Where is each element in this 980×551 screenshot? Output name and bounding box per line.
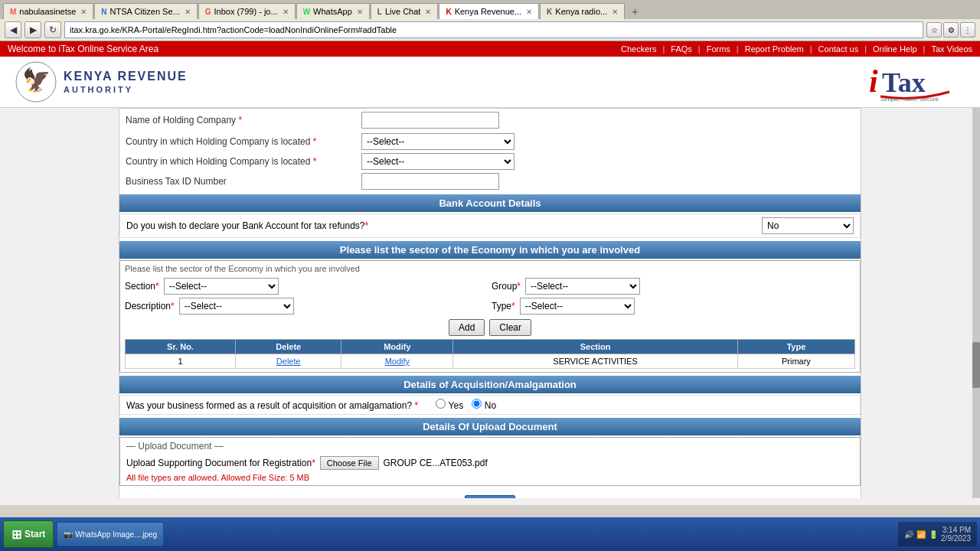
bank-refund-select[interactable]: No Yes <box>762 217 854 234</box>
economy-sub-section: Please list the sector of the Economy in… <box>119 260 861 373</box>
tab-icon-3: G <box>205 8 211 16</box>
next-button[interactable]: Next <box>465 495 516 498</box>
browser-chrome: M nabulaasinetse ✕ N NTSA Citizen Se... … <box>0 0 980 41</box>
radio-yes[interactable] <box>436 399 446 409</box>
clear-button[interactable]: Clear <box>489 319 531 336</box>
new-tab-button[interactable]: + <box>626 4 644 19</box>
holding-country2-select[interactable]: --Select-- <box>361 153 514 170</box>
reload-button[interactable]: ↻ <box>44 21 61 38</box>
upload-row: Upload Supporting Document for Registrat… <box>126 455 854 471</box>
holding-name-label: Name of Holding Company * <box>126 115 355 126</box>
bank-question-label: Do you wish to declare your Bank Account… <box>126 220 756 231</box>
link-help[interactable]: Online Help <box>873 44 916 54</box>
tab-close-4[interactable]: ✕ <box>357 8 363 16</box>
section-select[interactable]: --Select-- <box>164 278 279 295</box>
tab-label-3: Inbox (799) - jo... <box>214 7 277 16</box>
next-button-container: Next <box>119 489 861 498</box>
group-select[interactable]: --Select-- <box>525 278 640 295</box>
back-button[interactable]: ◀ <box>5 21 21 38</box>
economy-section-header: Please list the sector of the Economy in… <box>119 241 861 259</box>
scroll-thumb[interactable] <box>972 342 980 388</box>
business-taxid-label: Business Tax ID Number <box>126 176 355 187</box>
acquisition-radio-group: Yes No <box>436 400 496 411</box>
address-bar-row: ◀ ▶ ↻ ☆ ⚙ ⋮ <box>0 19 980 41</box>
link-videos[interactable]: Tax Videos <box>931 44 972 54</box>
row-delete-btn[interactable]: Delete <box>235 354 341 369</box>
upload-sub-title: — Upload Document — <box>126 441 854 452</box>
svg-text:i: i <box>869 64 878 99</box>
th-modify: Modify <box>341 340 453 354</box>
tab-close-6[interactable]: ✕ <box>526 8 532 16</box>
economy-sub-title: Please list the sector of the Economy in… <box>125 264 855 273</box>
tab-whatsapp[interactable]: W WhatsApp ✕ <box>296 3 370 19</box>
tab-icon-6: K <box>446 8 451 16</box>
holding-country2-row: Country in which Holding Company is loca… <box>119 152 861 171</box>
kra-logo: 🦅 KENYA REVENUE AUTHORITY <box>15 61 188 103</box>
business-taxid-row: Business Tax ID Number <box>119 171 861 191</box>
table-header-row: Sr. No. Delete Modify Section Type <box>126 340 855 354</box>
radio-no[interactable] <box>472 399 482 409</box>
choose-file-button[interactable]: Choose File <box>320 456 379 470</box>
kra-eagle-logo: 🦅 <box>15 61 57 103</box>
tab-radio[interactable]: K Kenya radio... ✕ <box>540 3 625 19</box>
extensions-icon[interactable]: ⚙ <box>943 22 959 37</box>
page-header: 🦅 KENYA REVENUE AUTHORITY i Tax Simple. … <box>0 57 980 108</box>
menu-icon[interactable]: ⋮ <box>960 22 975 37</box>
tab-label-4: WhatsApp <box>313 7 352 16</box>
th-type: Type <box>737 340 854 354</box>
filename-display: GROUP CE...ATE053.pdf <box>384 458 488 468</box>
tab-close-1[interactable]: ✕ <box>80 8 87 16</box>
link-forms[interactable]: Forms <box>707 44 730 54</box>
bank-question-row: Do you wish to declare your Bank Account… <box>119 214 861 238</box>
tab-close-2[interactable]: ✕ <box>185 8 191 16</box>
holding-name-input[interactable] <box>361 112 499 129</box>
tab-nabulaa[interactable]: M nabulaasinetse ✕ <box>3 3 93 19</box>
holding-country1-select[interactable]: --Select-- <box>361 133 514 150</box>
link-report[interactable]: Report Problem <box>745 44 804 54</box>
tab-close-5[interactable]: ✕ <box>425 8 431 16</box>
link-contact[interactable]: Contact us <box>818 44 859 54</box>
acquisition-question: Was your business formed as a result of … <box>126 400 420 411</box>
add-button[interactable]: Add <box>449 319 485 336</box>
tab-livechat[interactable]: L Live Chat ✕ <box>371 3 439 19</box>
holding-company-name-row: Name of Holding Company * <box>119 109 861 132</box>
th-delete: Delete <box>235 340 341 354</box>
tab-close-3[interactable]: ✕ <box>283 8 289 16</box>
type-select[interactable]: --Select-- <box>520 298 635 315</box>
row-type-value: Primary <box>737 354 854 369</box>
upload-sub-section: — Upload Document — Upload Supporting Do… <box>119 437 861 486</box>
scroll-track[interactable] <box>972 108 980 498</box>
row-modify-btn[interactable]: Modify <box>341 354 453 369</box>
business-taxid-input[interactable] <box>361 173 499 190</box>
main-scroll-area[interactable]: Name of Holding Company * Country in whi… <box>0 108 980 498</box>
holding-country1-row: Country in which Holding Company is loca… <box>119 132 861 152</box>
forward-button[interactable]: ▶ <box>24 21 41 38</box>
bookmark-icon[interactable]: ☆ <box>926 22 942 37</box>
kra-text: KENYA REVENUE AUTHORITY <box>64 70 188 94</box>
tab-icon-4: W <box>303 8 310 16</box>
welcome-bar: Welcome to iTax Online Service Area Chec… <box>0 41 980 57</box>
tab-label-1: nabulaasinetse <box>19 7 76 16</box>
radio-yes-label: Yes <box>436 400 466 411</box>
link-checkers[interactable]: Checkers <box>621 44 656 54</box>
radio-no-label: No <box>472 400 496 411</box>
group-label: Group* <box>492 281 521 292</box>
tab-label-2: NTSA Citizen Se... <box>110 7 180 16</box>
group-field: Group* --Select-- <box>492 278 855 295</box>
holding-country1-label: Country in which Holding Company is loca… <box>126 136 355 147</box>
type-label: Type* <box>492 301 515 311</box>
org-name: KENYA REVENUE <box>64 70 188 83</box>
tab-gmail[interactable]: G Inbox (799) - jo... ✕ <box>198 3 296 19</box>
itax-logo-area: i Tax Simple. Swift. Secure <box>865 60 965 104</box>
tab-kra[interactable]: K Kenya Revenue... ✕ <box>439 3 539 19</box>
description-select[interactable]: --Select-- <box>179 298 294 315</box>
add-clear-buttons: Add Clear <box>125 319 855 336</box>
address-bar-input[interactable] <box>64 21 923 38</box>
welcome-text: Welcome to iTax Online Service Area <box>8 44 158 54</box>
link-faqs[interactable]: FAQs <box>671 44 692 54</box>
tab-ntsa[interactable]: N NTSA Citizen Se... ✕ <box>94 3 197 19</box>
row-sr: 1 <box>126 354 236 369</box>
tab-close-7[interactable]: ✕ <box>612 8 618 16</box>
svg-text:Simple. Swift. Secure: Simple. Swift. Secure <box>880 96 939 102</box>
description-field: Description* --Select-- <box>125 298 488 315</box>
